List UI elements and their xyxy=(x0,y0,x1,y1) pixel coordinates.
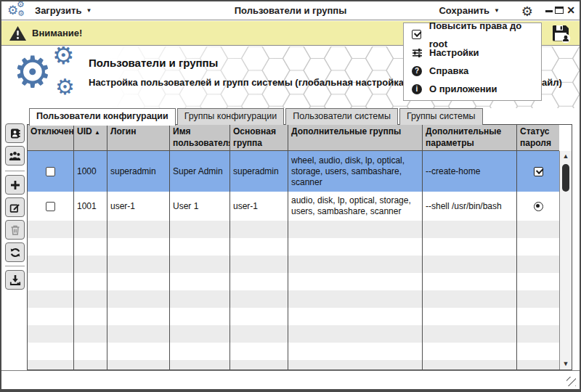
users-table: Отключен UID ▲ Логин Имя пользователя Ос… xyxy=(27,124,572,370)
scroll-up-icon[interactable]: ▲ xyxy=(560,151,572,162)
chevron-down-icon: ▼ xyxy=(86,7,92,14)
empty-rows-area xyxy=(28,221,559,369)
password-status-cell xyxy=(517,151,559,192)
sidebar-separator xyxy=(5,171,25,171)
edit-user-button[interactable] xyxy=(5,197,25,217)
tab-system-groups[interactable]: Группы системы xyxy=(399,108,483,125)
uid-cell: 1001 xyxy=(74,192,107,221)
app-logo-gears: ⚙ ⚙ ⚙ xyxy=(12,46,84,108)
tab-config-groups[interactable]: Группы конфигурации xyxy=(177,108,285,125)
page-title: Пользователи и группы xyxy=(89,57,218,69)
disabled-cell xyxy=(28,151,74,192)
name-cell: User 1 xyxy=(170,192,230,221)
password-status-cell xyxy=(517,192,559,221)
col-header-uid[interactable]: UID ▲ xyxy=(74,125,107,150)
warning-icon xyxy=(9,25,27,41)
download-tray-icon xyxy=(9,274,21,286)
minimize-button[interactable] xyxy=(545,1,555,20)
menu-item-about[interactable]: i О приложении xyxy=(404,80,541,98)
plus-icon xyxy=(9,179,21,191)
checked-checkbox-icon[interactable] xyxy=(534,167,543,176)
question-circle-icon: ? xyxy=(411,66,423,76)
app-gears-icon: ⚙ ⚙ ⚙ xyxy=(7,1,29,20)
col-header-name[interactable]: Имя пользователя xyxy=(170,125,230,150)
import-button[interactable] xyxy=(5,270,25,290)
load-button[interactable]: Загрузить▼ xyxy=(35,1,92,20)
warning-text: Внимание! xyxy=(32,21,82,46)
resize-grip[interactable] xyxy=(566,377,576,386)
tab-system-users[interactable]: Пользователи системы xyxy=(285,108,398,125)
status-bar xyxy=(1,370,580,389)
menu-item-settings[interactable]: Настройки xyxy=(404,44,541,62)
col-header-disabled[interactable]: Отключен xyxy=(28,125,74,150)
col-header-password-status[interactable]: Статус пароля xyxy=(517,125,559,150)
checked-checkbox-icon xyxy=(411,30,423,39)
unchecked-checkbox-icon[interactable] xyxy=(46,202,55,211)
login-cell: superadmin xyxy=(107,151,170,192)
sidebar-separator xyxy=(5,266,25,266)
col-header-extra-groups[interactable]: Дополнительные группы xyxy=(288,125,423,150)
app-window: ⚙ ⚙ ⚙ Загрузить▼ Пользователи и группы С… xyxy=(0,0,581,392)
contact-book-icon xyxy=(9,128,21,139)
vertical-scrollbar[interactable]: ▲ ▼ xyxy=(559,151,572,369)
maximize-button[interactable] xyxy=(555,1,565,20)
user-card-view-button[interactable] xyxy=(5,123,25,143)
menu-item-elevate-root[interactable]: Повысить права до root xyxy=(404,25,541,44)
delete-user-button[interactable] xyxy=(5,220,25,240)
unchecked-checkbox-icon[interactable] xyxy=(46,167,55,176)
uid-cell: 1000 xyxy=(74,151,107,192)
user-group-view-button[interactable] xyxy=(5,146,25,166)
col-header-login[interactable]: Логин xyxy=(107,125,170,150)
refresh-button[interactable] xyxy=(5,242,25,262)
menu-item-help[interactable]: ? Справка xyxy=(404,62,541,80)
chevron-down-icon: ▼ xyxy=(494,7,500,14)
sliders-icon xyxy=(411,48,423,58)
primary-group-cell: user-1 xyxy=(230,192,288,221)
settings-dropdown-menu: Повысить права до root Настройки ? Справ… xyxy=(403,23,542,101)
col-header-extra-params[interactable]: Дополнительные параметры xyxy=(423,125,517,150)
extra-params-cell: --shell /usr/bin/bash xyxy=(423,192,517,221)
close-button[interactable]: ✕ xyxy=(565,1,577,20)
refresh-icon xyxy=(9,247,21,258)
table-row[interactable]: 1001 user-1 User 1 user-1 audio, disk, l… xyxy=(28,192,559,221)
extra-params-cell: --create-home xyxy=(423,151,517,192)
scrollbar-thumb[interactable] xyxy=(562,164,569,192)
disabled-cell xyxy=(28,192,74,221)
table-header-row: Отключен UID ▲ Логин Имя пользователя Ос… xyxy=(28,125,559,151)
tab-config-users[interactable]: Пользователи конфигурации xyxy=(29,108,176,126)
info-circle-icon: i xyxy=(411,84,423,94)
people-group-icon xyxy=(9,150,21,162)
tab-bar: Пользователи конфигурации Группы конфигу… xyxy=(29,108,483,125)
extra-groups-cell: wheel, audio, disk, lp, optical, storage… xyxy=(288,151,423,192)
add-user-button[interactable] xyxy=(5,175,25,195)
sort-asc-icon: ▲ xyxy=(94,129,100,136)
primary-group-cell: superadmin xyxy=(230,151,288,192)
save-user-file-icon[interactable] xyxy=(551,24,571,43)
col-header-primary-group[interactable]: Основная группа xyxy=(230,125,288,150)
trash-icon xyxy=(9,224,21,236)
name-cell: Super Admin xyxy=(170,151,230,192)
radio-selected-icon[interactable] xyxy=(534,202,543,211)
table-row[interactable]: 1000 superadmin Super Admin superadmin w… xyxy=(28,151,559,192)
login-cell: user-1 xyxy=(107,192,170,221)
extra-groups-cell: audio, disk, lp, optical, storage, users… xyxy=(288,192,423,221)
scroll-down-icon[interactable]: ▼ xyxy=(560,359,572,369)
edit-pencil-icon xyxy=(9,202,21,213)
